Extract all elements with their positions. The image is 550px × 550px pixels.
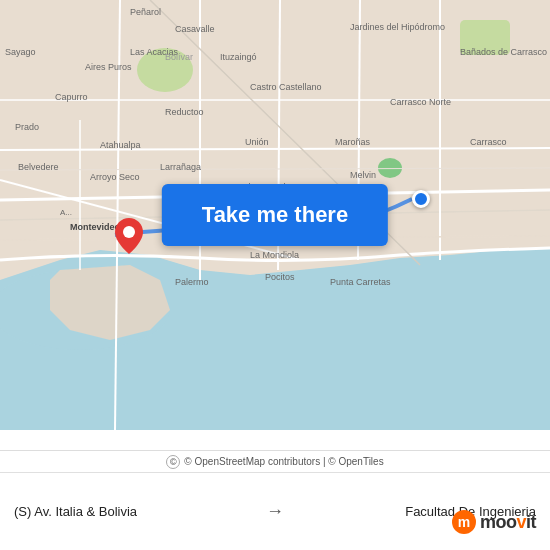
- svg-text:Castro Castellano: Castro Castellano: [250, 82, 322, 92]
- svg-text:Prado: Prado: [15, 122, 39, 132]
- svg-text:Capurro: Capurro: [55, 92, 88, 102]
- svg-text:Bolívar: Bolívar: [165, 52, 193, 62]
- footer: (S) Av. Italia & Bolivia → Facultad De I…: [0, 472, 550, 550]
- svg-text:Carrasco Norte: Carrasco Norte: [390, 97, 451, 107]
- svg-text:Atahualpa: Atahualpa: [100, 140, 141, 150]
- svg-text:Aires Puros: Aires Puros: [85, 62, 132, 72]
- svg-text:Casavalle: Casavalle: [175, 24, 215, 34]
- svg-text:Melvin: Melvin: [350, 170, 376, 180]
- svg-text:Carrasco: Carrasco: [470, 137, 507, 147]
- svg-text:Peñarol: Peñarol: [130, 7, 161, 17]
- svg-text:Ituzaingó: Ituzaingó: [220, 52, 257, 62]
- svg-text:Montevideo: Montevideo: [70, 222, 121, 232]
- take-me-there-button[interactable]: Take me there: [162, 184, 388, 246]
- svg-point-6: [378, 158, 402, 178]
- map-container: Belvedere Prado Capurro Atahualpa Arroyo…: [0, 0, 550, 430]
- svg-text:La Mondiola: La Mondiola: [250, 250, 299, 260]
- svg-text:Reductoo: Reductoo: [165, 107, 204, 117]
- svg-text:Maroñas: Maroñas: [335, 137, 371, 147]
- svg-text:A...: A...: [60, 208, 72, 217]
- attribution-bar: © © OpenStreetMap contributors | © OpenT…: [0, 450, 550, 472]
- svg-text:Belvedere: Belvedere: [18, 162, 59, 172]
- svg-point-52: [123, 226, 135, 238]
- svg-text:Bañados de Carrasco: Bañados de Carrasco: [460, 47, 547, 57]
- svg-text:Larrañaga: Larrañaga: [160, 162, 201, 172]
- origin-dot: [412, 190, 430, 208]
- destination-pin: [115, 218, 143, 254]
- footer-arrow: →: [266, 501, 284, 522]
- svg-text:Sayago: Sayago: [5, 47, 36, 57]
- svg-text:Punta Carretas: Punta Carretas: [330, 277, 391, 287]
- attribution-text: © OpenStreetMap contributors | © OpenTil…: [184, 456, 383, 467]
- moovit-logo: m moovit: [452, 510, 536, 534]
- moovit-text: moovit: [480, 512, 536, 533]
- svg-text:Arroyo Seco: Arroyo Seco: [90, 172, 140, 182]
- footer-from-label: (S) Av. Italia & Bolivia: [14, 504, 256, 519]
- svg-text:Palermo: Palermo: [175, 277, 209, 287]
- osm-icon: ©: [166, 455, 180, 469]
- svg-text:Pocitos: Pocitos: [265, 272, 295, 282]
- svg-text:Unión: Unión: [245, 137, 269, 147]
- svg-text:Jardines del Hipódromo: Jardines del Hipódromo: [350, 22, 445, 32]
- svg-rect-2: [0, 340, 550, 430]
- moovit-icon: m: [452, 510, 476, 534]
